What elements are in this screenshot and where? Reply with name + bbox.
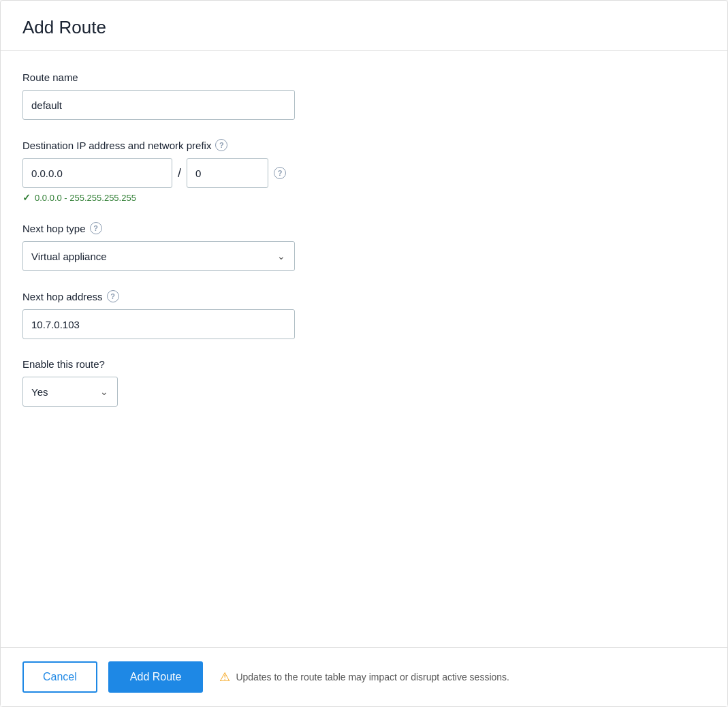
validation-message: ✓ 0.0.0.0 - 255.255.255.255	[22, 192, 706, 203]
add-route-dialog: Add Route Route name Destination IP addr…	[0, 0, 728, 707]
next-hop-type-help-icon[interactable]: ?	[90, 222, 102, 234]
ip-address-input[interactable]	[22, 158, 172, 188]
enable-route-select-wrapper: Yes No ⌄	[22, 377, 118, 407]
destination-ip-group: Destination IP address and network prefi…	[22, 139, 706, 203]
enable-route-label: Enable this route?	[22, 358, 706, 370]
ip-separator: /	[178, 166, 181, 180]
warning-icon: ⚠	[219, 670, 230, 685]
cancel-button[interactable]: Cancel	[22, 661, 97, 693]
route-name-group: Route name	[22, 72, 706, 120]
enable-route-select[interactable]: Yes No	[22, 377, 118, 407]
next-hop-address-input[interactable]	[22, 309, 295, 339]
next-hop-address-label: Next hop address ?	[22, 290, 706, 302]
prefix-input[interactable]	[187, 158, 268, 188]
next-hop-type-group: Next hop type ? Virtual appliance Intern…	[22, 222, 706, 271]
check-icon: ✓	[22, 192, 31, 203]
add-route-button[interactable]: Add Route	[108, 661, 204, 693]
dialog-footer: Cancel Add Route ⚠ Updates to the route …	[1, 647, 727, 706]
route-name-label: Route name	[22, 72, 706, 83]
prefix-help-icon[interactable]: ?	[274, 167, 286, 179]
warning-message: ⚠ Updates to the route table may impact …	[219, 670, 509, 685]
destination-help-icon[interactable]: ?	[215, 139, 227, 151]
dialog-title: Add Route	[22, 17, 706, 38]
ip-prefix-row: / ?	[22, 158, 706, 188]
route-name-input[interactable]	[22, 90, 295, 120]
next-hop-address-help-icon[interactable]: ?	[107, 290, 119, 302]
dialog-header: Add Route	[1, 1, 727, 51]
destination-ip-label: Destination IP address and network prefi…	[22, 139, 706, 151]
dialog-body: Route name Destination IP address and ne…	[1, 51, 727, 647]
next-hop-type-select[interactable]: Virtual appliance Internet None Virtual …	[22, 241, 295, 271]
next-hop-type-select-wrapper: Virtual appliance Internet None Virtual …	[22, 241, 295, 271]
enable-route-group: Enable this route? Yes No ⌄	[22, 358, 706, 407]
next-hop-address-group: Next hop address ?	[22, 290, 706, 339]
next-hop-type-label: Next hop type ?	[22, 222, 706, 234]
